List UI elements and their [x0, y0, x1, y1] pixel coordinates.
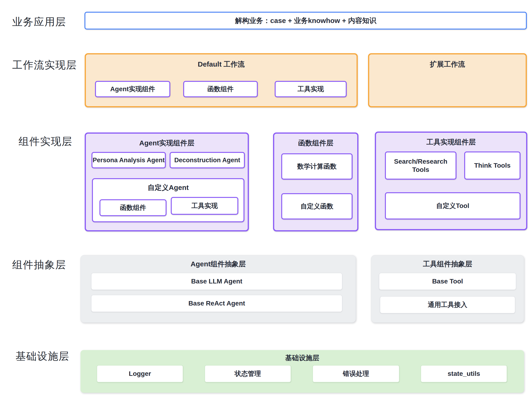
base-llm-agent-bar: Base LLM Agent — [91, 273, 342, 290]
tool-components-title: 工具实现组件层 — [376, 138, 526, 147]
base-tool-bar: Base Tool — [379, 273, 516, 290]
extended-workflow-box: 扩展工作流 — [368, 53, 527, 107]
infrastructure-title: 基础设施层 — [81, 353, 524, 363]
workflow-component-tool-pill: 工具实现 — [275, 81, 347, 97]
custom-tool-card: 自定义Tool — [385, 192, 520, 219]
extended-workflow-title: 扩展工作流 — [369, 60, 526, 69]
generic-tool-access-bar: 通用工具接入 — [380, 296, 515, 313]
state-utils-bar: state_utils — [421, 365, 507, 382]
layer-label-component-implementation: 组件实现层 — [19, 135, 72, 148]
layer-label-component-abstraction: 组件抽象层 — [12, 258, 66, 272]
agent-components-box: Agent实现组件层 Persona Analysis Agent Decons… — [85, 132, 249, 231]
deconstruction-agent-card: Deconstruction Agent — [170, 152, 245, 168]
base-react-agent-bar: Base ReAct Agent — [91, 295, 342, 312]
error-handling-bar: 错误处理 — [312, 365, 399, 382]
custom-function-card: 自定义函数 — [281, 193, 353, 219]
think-tools-card: Think Tools — [464, 151, 520, 180]
function-components-title: 函数组件层 — [274, 138, 357, 148]
state-management-bar: 状态管理 — [204, 365, 291, 382]
agent-abstraction-title: Agent组件抽象层 — [81, 259, 356, 269]
layer-label-infrastructure: 基础设施层 — [15, 349, 70, 363]
tool-abstraction-title: 工具组件抽象层 — [371, 259, 524, 269]
custom-agent-title: 自定义Agent — [93, 183, 243, 193]
workflow-component-function-pill: 函数组件 — [183, 81, 258, 97]
business-banner-text: 解构业务：case + 业务knowhow + 内容知识 — [235, 16, 376, 25]
tool-components-box: 工具实现组件层 Search/Research Tools Think Tool… — [375, 131, 527, 230]
agent-components-title: Agent实现组件层 — [86, 138, 248, 148]
custom-agent-tool-pill: 工具实现 — [171, 197, 238, 215]
logger-bar: Logger — [97, 365, 183, 382]
workflow-component-agent-pill: Agent实现组件 — [95, 81, 170, 97]
business-banner: 解构业务：case + 业务knowhow + 内容知识 — [84, 12, 527, 30]
tool-abstraction-box: 工具组件抽象层 Base Tool 通用工具接入 — [371, 255, 524, 323]
persona-analysis-agent-card: Persona Analysis Agent — [91, 152, 166, 168]
infrastructure-box: 基础设施层 Logger 状态管理 错误处理 state_utils — [81, 350, 524, 393]
search-research-tools-card: Search/Research Tools — [385, 151, 456, 180]
layer-label-workflow-implementation: 工作流实现层 — [12, 58, 77, 72]
architecture-diagram: 业务应用层 解构业务：case + 业务knowhow + 内容知识 工作流实现… — [0, 0, 532, 400]
layer-label-business-application: 业务应用层 — [12, 15, 66, 29]
function-components-box: 函数组件层 数学计算函数 自定义函数 — [273, 132, 358, 231]
custom-agent-function-pill: 函数组件 — [100, 199, 166, 216]
default-workflow-box: Default 工作流 Agent实现组件 函数组件 工具实现 — [85, 53, 358, 107]
default-workflow-title: Default 工作流 — [86, 60, 356, 69]
agent-abstraction-box: Agent组件抽象层 Base LLM Agent Base ReAct Age… — [81, 255, 356, 323]
custom-agent-card: 自定义Agent 函数组件 工具实现 — [92, 178, 244, 222]
math-function-card: 数学计算函数 — [281, 153, 353, 180]
